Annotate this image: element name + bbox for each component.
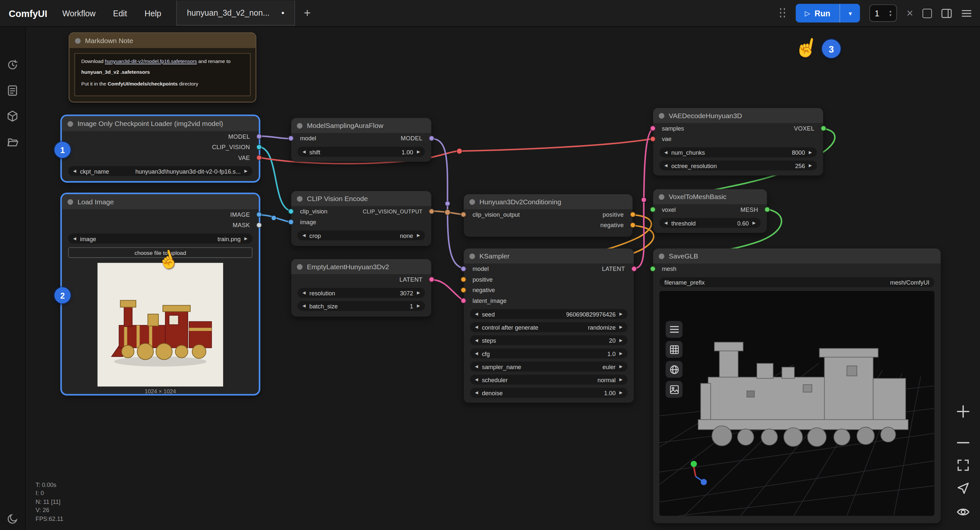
collapse-dot[interactable] xyxy=(659,253,665,259)
port-model-input[interactable] xyxy=(461,266,466,271)
workflow-tab[interactable]: hunyuan_3d_v2_non... ● xyxy=(177,1,295,26)
next-value-icon[interactable]: ▶ xyxy=(619,364,623,369)
collapse-dot[interactable] xyxy=(297,264,302,269)
next-value-icon[interactable]: ▶ xyxy=(244,169,248,174)
node-markdown-note[interactable]: Markdown Note Download hunyuan3d-dit-v2/… xyxy=(68,32,256,102)
reroute-dot[interactable] xyxy=(457,148,462,154)
port-voxel-output[interactable] xyxy=(821,125,826,131)
fit-view-button[interactable] xyxy=(955,457,972,474)
widget-filename-prefix[interactable]: filename_prefix mesh/ComfyUI xyxy=(660,278,935,287)
next-value-icon[interactable]: ▶ xyxy=(619,390,623,395)
widget-num-chunks[interactable]: ◀ num_chunks 8000 ▶ xyxy=(660,148,817,158)
link-mid-dot[interactable] xyxy=(445,201,450,206)
widget-crop[interactable]: ◀ crop none ▶ xyxy=(298,230,425,241)
prev-value-icon[interactable]: ◀ xyxy=(665,150,668,155)
node-header[interactable]: VoxelToMeshBasic xyxy=(653,189,767,204)
port-clip-vision-input[interactable] xyxy=(288,209,294,214)
widget-threshold[interactable]: ◀ threshold 0.60 ▶ xyxy=(660,218,761,228)
widget-octree-resolution[interactable]: ◀ octree_resolution 256 ▶ xyxy=(660,160,817,171)
cancel-run-icon[interactable]: × xyxy=(907,6,913,20)
widget-denoise[interactable]: ◀ denoise 1.00 ▶ xyxy=(470,388,627,398)
toggle-visibility-eye-button[interactable] xyxy=(955,504,972,520)
port-negative-input[interactable] xyxy=(461,287,466,293)
menu-help[interactable]: Help xyxy=(136,8,170,18)
widget-resolution[interactable]: ◀ resolution 3072 ▶ xyxy=(298,288,425,298)
port-voxel-input[interactable] xyxy=(650,206,655,212)
node-ksampler[interactable]: KSampler model LATENT positive negative … xyxy=(464,248,634,403)
menu-edit[interactable]: Edit xyxy=(104,8,135,18)
prev-value-icon[interactable]: ◀ xyxy=(302,149,306,154)
collapse-dot[interactable] xyxy=(68,121,73,126)
node-empty-latent[interactable]: EmptyLatentHunyuan3Dv2 LATENT ◀ resoluti… xyxy=(291,259,431,317)
prev-value-icon[interactable]: ◀ xyxy=(475,377,478,382)
prev-value-icon[interactable]: ◀ xyxy=(302,290,306,295)
collapse-dot[interactable] xyxy=(297,196,302,202)
node-header[interactable]: Load Image xyxy=(62,194,259,209)
prev-value-icon[interactable]: ◀ xyxy=(475,364,478,369)
node-voxel-to-mesh[interactable]: VoxelToMeshBasic voxel MESH ◀ threshold … xyxy=(653,189,767,233)
port-positive-input[interactable] xyxy=(461,277,466,282)
collapse-dot[interactable] xyxy=(659,194,665,199)
node-hunyuan-conditioning[interactable]: Hunyuan3Dv2Conditioning clip_vision_outp… xyxy=(464,194,633,236)
history-icon[interactable] xyxy=(6,58,19,72)
menu-workflow[interactable]: Workflow xyxy=(54,8,104,18)
note-link[interactable]: hunyuan3d-dit-v2/model.fp16.safetensors xyxy=(105,59,197,64)
link-mid-dot[interactable] xyxy=(271,216,276,220)
zoom-in-button[interactable] xyxy=(954,402,972,421)
next-value-icon[interactable]: ▶ xyxy=(619,312,623,317)
viewport-image-icon[interactable] xyxy=(666,381,683,398)
port-image-input[interactable] xyxy=(288,219,294,225)
port-negative-output[interactable] xyxy=(630,222,636,228)
node-header[interactable]: EmptyLatentHunyuan3Dv2 xyxy=(291,259,431,274)
collapse-dot[interactable] xyxy=(469,199,475,204)
prev-value-icon[interactable]: ◀ xyxy=(302,303,306,308)
collapse-dot[interactable] xyxy=(75,38,81,43)
next-value-icon[interactable]: ▶ xyxy=(417,149,420,154)
node-checkpoint-loader[interactable]: Image Only Checkpoint Loader (img2vid mo… xyxy=(62,116,259,181)
node-clip-vision-encode[interactable]: CLIP Vision Encode clip_vision CLIP_VISI… xyxy=(291,191,431,246)
mesh-3d-viewport[interactable] xyxy=(660,291,935,516)
widget-image-file[interactable]: ◀ image train.png ▶ xyxy=(68,234,253,244)
viewport-material-globe-icon[interactable] xyxy=(666,361,683,378)
new-tab-button[interactable]: + xyxy=(304,6,311,20)
port-model-output[interactable] xyxy=(256,133,262,139)
port-clip-vision-output-input[interactable] xyxy=(461,212,466,217)
step-up-icon[interactable]: ▲ xyxy=(889,10,892,13)
prev-value-icon[interactable]: ◀ xyxy=(475,312,478,317)
node-header[interactable]: ModelSamplingAuraFlow xyxy=(291,118,431,133)
node-vae-decode-hunyuan3d[interactable]: VAEDecodeHunyuan3D samples VOXEL vae ◀ n… xyxy=(653,108,823,176)
port-clip-vision-output[interactable] xyxy=(256,144,262,150)
stepper-arrows[interactable]: ▲▼ xyxy=(889,10,892,17)
node-header[interactable]: Markdown Note xyxy=(69,33,255,48)
port-vae-output[interactable] xyxy=(256,155,262,160)
next-value-icon[interactable]: ▶ xyxy=(619,377,623,382)
widget-seed[interactable]: ◀ seed 960690829976426 ▶ xyxy=(470,309,627,319)
prev-value-icon[interactable]: ◀ xyxy=(475,338,478,343)
port-model-input[interactable] xyxy=(288,135,294,141)
port-latent-output[interactable] xyxy=(429,277,434,282)
collapse-dot[interactable] xyxy=(68,199,73,204)
run-options-dropdown[interactable]: ▾ xyxy=(840,3,860,22)
widget-batch-size[interactable]: ◀ batch_size 1 ▶ xyxy=(298,301,425,311)
viewport-menu-icon[interactable] xyxy=(666,321,683,338)
batch-count-stepper[interactable]: 1 ▲▼ xyxy=(870,4,897,22)
node-header[interactable]: SaveGLB xyxy=(653,248,940,263)
widget-steps[interactable]: ◀ steps 20 ▶ xyxy=(470,335,627,345)
port-clip-vision-output[interactable] xyxy=(429,209,434,214)
toggle-panel-icon[interactable] xyxy=(941,8,952,18)
navigate-cursor-button[interactable] xyxy=(955,480,972,497)
next-value-icon[interactable]: ▶ xyxy=(752,220,756,225)
next-value-icon[interactable]: ▶ xyxy=(809,163,812,168)
next-value-icon[interactable]: ▶ xyxy=(417,290,420,295)
collapse-dot[interactable] xyxy=(297,123,302,128)
port-samples-input[interactable] xyxy=(650,125,655,131)
link-mid-dot[interactable] xyxy=(445,209,450,215)
port-image-output[interactable] xyxy=(256,212,262,217)
stop-icon[interactable] xyxy=(923,8,932,18)
port-mesh-output[interactable] xyxy=(764,206,770,212)
port-latent-output[interactable] xyxy=(631,266,637,271)
port-vae-input[interactable] xyxy=(650,136,655,142)
port-mask-output[interactable] xyxy=(256,222,262,228)
node-header[interactable]: VAEDecodeHunyuan3D xyxy=(653,108,823,123)
node-header[interactable]: Image Only Checkpoint Loader (img2vid mo… xyxy=(62,116,259,131)
